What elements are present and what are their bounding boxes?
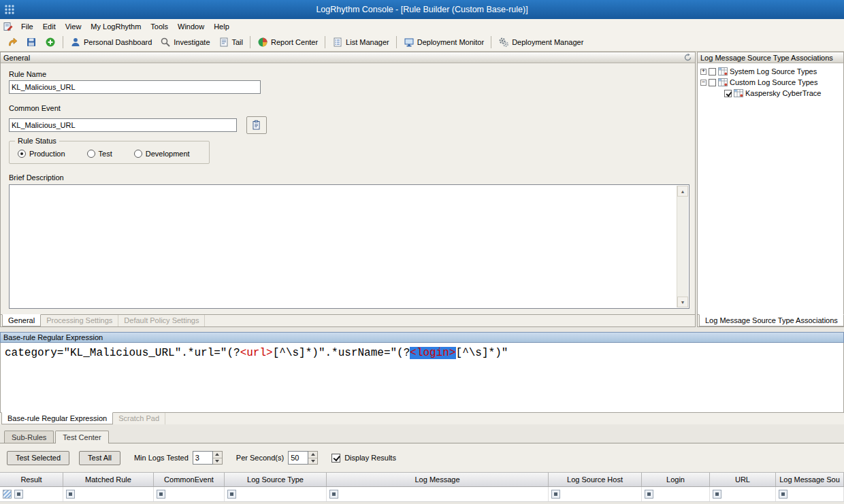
tree-checkbox[interactable] [709,79,716,86]
column-header-log-source-host[interactable]: Log Source Host [549,473,642,486]
associations-panel-title: Log Message Source Type Associations [700,54,833,62]
toolbar-button-label: Tail [232,38,244,46]
row-select-indicator-icon[interactable] [3,490,12,499]
toolbar-button-save[interactable] [22,35,41,50]
result-cell-matched-rule[interactable] [63,487,154,501]
radio-option-development[interactable]: Development [134,150,190,158]
test-center-controls: Test Selected Test All Min Logs Tested P… [0,443,844,472]
menu-item-my-logrhythm[interactable]: My LogRhythm [86,21,146,32]
tree-expand-icon[interactable]: + [700,69,707,75]
horizontal-splitter[interactable] [0,327,844,332]
result-cell-log-source-type[interactable] [225,487,327,501]
common-event-browse-button[interactable] [246,116,267,134]
display-results-checkbox[interactable] [331,454,340,463]
column-header-login[interactable]: Login [642,473,710,486]
toolbar-button-investigate[interactable]: Investigate [156,35,214,50]
regex-editor[interactable]: category="KL_Malicious_URL".*url="(?<url… [0,343,844,412]
cell-value-icon [645,490,653,499]
cell-value-icon [713,490,721,499]
toolbar-button-deployment-monitor[interactable]: Deployment Monitor [400,35,488,50]
cell-value-icon [157,490,165,499]
main-toolbar: Personal DashboardInvestigateTailReport … [0,33,844,52]
regex-tab-base-rule-regular-expression[interactable]: Base-rule Regular Expression [1,412,113,424]
regex-tab-scratch-pad[interactable]: Scratch Pad [113,413,165,424]
column-header-commonevent[interactable]: CommonEvent [154,473,225,486]
lower-tab-sub-rules[interactable]: Sub-Rules [4,431,54,443]
lower-tab-test-center[interactable]: Test Center [55,431,108,443]
refresh-icon[interactable] [683,53,692,62]
general-tab-default-policy-settings[interactable]: Default Policy Settings [118,315,205,326]
scroll-down-icon[interactable]: ▼ [677,297,688,307]
tree-collapse-icon[interactable]: − [700,80,707,86]
scroll-up-icon[interactable]: ▲ [677,186,688,197]
associations-tab[interactable]: Log Message Source Type Associations [699,314,844,326]
menu-item-view[interactable]: View [61,21,86,32]
radio-option-test[interactable]: Test [87,150,112,158]
cell-value-icon [66,490,75,499]
report-center-icon [257,37,268,48]
column-header-url[interactable]: URL [710,473,776,486]
result-cell-login[interactable] [642,487,710,501]
associations-panel-tabs: Log Message Source Type Associations [698,314,843,326]
min-logs-input[interactable] [193,451,213,465]
result-cell-url[interactable] [710,487,776,501]
toolbar-button-deployment-manager[interactable]: Deployment Manager [494,35,587,50]
menu-item-tools[interactable]: Tools [146,21,173,32]
radio-button-icon[interactable] [18,150,26,158]
tree-item-custom-log-source-types[interactable]: −Custom Log Source Types [698,77,843,88]
menu-item-edit[interactable]: Edit [38,21,61,32]
menu-item-window[interactable]: Window [173,21,209,32]
column-header-matched-rule[interactable]: Matched Rule [63,473,154,486]
toolbar-button-tail[interactable]: Tail [214,35,248,50]
result-cell-result[interactable] [0,487,63,501]
result-cell-log-message[interactable] [327,487,549,501]
menu-item-file[interactable]: File [16,21,38,32]
column-header-log-source-type[interactable]: Log Source Type [225,473,327,486]
spin-down-icon[interactable] [308,458,317,465]
tree-checkbox[interactable] [724,90,732,97]
common-event-input[interactable] [9,118,237,132]
tail-icon [218,37,229,48]
toolbar-button-add[interactable] [41,35,60,50]
radio-option-label: Development [146,150,190,158]
rule-name-input[interactable] [9,80,261,94]
min-logs-stepper [193,451,223,465]
tree-item-kaspersky-cybertrace[interactable]: Kaspersky CyberTrace [698,88,843,99]
menu-bar: FileEditViewMy LogRhythmToolsWindowHelp [0,19,844,33]
brief-description-textarea[interactable]: ▲ ▼ [9,184,689,309]
toolbar-button-report-center[interactable]: Report Center [253,35,322,50]
undo-arrow-icon [7,37,18,48]
cell-value-icon [551,490,560,499]
toolbar-separator [396,36,397,48]
result-cell-log-source-host[interactable] [549,487,642,501]
general-tab-processing-settings[interactable]: Processing Settings [41,315,118,326]
column-header-log-message-sou[interactable]: Log Message Sou [776,473,844,486]
toolbar-button-personal-dashboard[interactable]: Personal Dashboard [66,35,156,50]
radio-button-icon[interactable] [134,150,142,158]
description-scrollbar[interactable]: ▲ ▼ [677,186,688,307]
results-table-row[interactable] [0,487,844,502]
regex-panel-header: Base-rule Regular Expression [0,332,844,343]
spin-up-icon[interactable] [308,452,317,458]
deployment-manager-icon [498,37,509,48]
general-panel-tabs: GeneralProcessing SettingsDefault Policy… [1,314,695,326]
menu-item-help[interactable]: Help [209,21,234,32]
column-header-log-message[interactable]: Log Message [327,473,549,486]
tree-item-system-log-source-types[interactable]: +System Log Source Types [698,66,843,77]
toolbar-button-label: Report Center [271,38,318,46]
radio-option-production[interactable]: Production [18,150,65,158]
general-tab-general[interactable]: General [2,314,41,326]
per-second-input[interactable] [288,451,308,465]
tree-checkbox[interactable] [709,68,716,75]
toolbar-button-list-manager[interactable]: List Manager [328,35,393,50]
test-selected-button[interactable]: Test Selected [7,451,69,465]
result-cell-commonevent[interactable] [154,487,225,501]
brief-description-label: Brief Description [9,173,689,182]
radio-button-icon[interactable] [87,150,95,158]
result-cell-log-message-sou[interactable] [776,487,844,501]
test-all-button[interactable]: Test All [79,451,120,465]
toolbar-button-undo-arrow[interactable] [3,35,22,50]
spin-up-icon[interactable] [213,452,222,458]
spin-down-icon[interactable] [213,458,222,465]
column-header-result[interactable]: Result [0,473,63,486]
